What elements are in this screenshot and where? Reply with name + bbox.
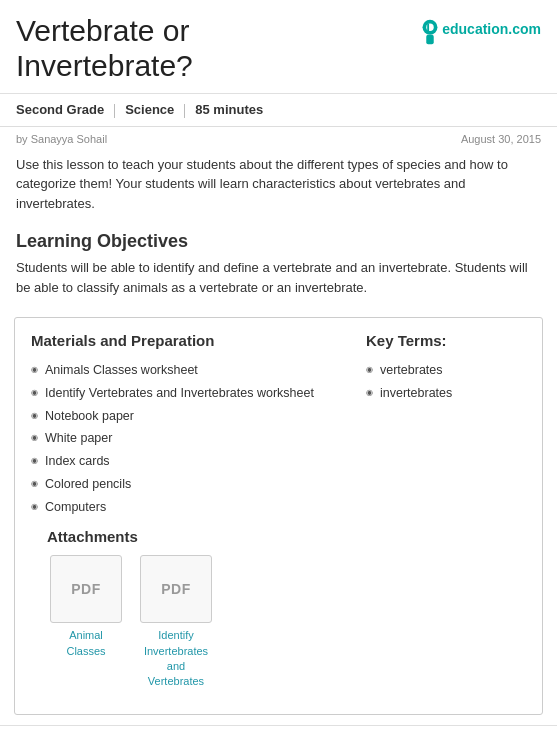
pdf-thumbnail-1: PDF bbox=[50, 555, 122, 623]
list-item: Identify Vertebrates and Invertebrates w… bbox=[31, 382, 346, 405]
logo-icon bbox=[416, 18, 438, 40]
materials-box: Materials and Preparation Animals Classe… bbox=[14, 317, 543, 715]
duration-tag: 85 minutes bbox=[195, 102, 273, 117]
page-header: Vertebrate or Invertebrate? education.co… bbox=[0, 0, 557, 94]
svg-rect-3 bbox=[427, 24, 429, 31]
author-name: by Sanayya Sohail bbox=[16, 133, 107, 145]
learning-objectives-title: Learning Objectives bbox=[0, 223, 557, 256]
learning-objectives-text: Students will be able to identify and de… bbox=[0, 256, 557, 307]
description: Use this lesson to teach your students a… bbox=[0, 151, 557, 224]
author-line: by Sanayya Sohail August 30, 2015 bbox=[0, 127, 557, 151]
logo-text: education.com bbox=[442, 21, 541, 37]
footer: Get more lesson plans at www.education.c… bbox=[0, 725, 557, 731]
list-item: invertebrates bbox=[366, 382, 526, 405]
logo[interactable]: education.com bbox=[416, 18, 541, 40]
pdf-label-2[interactable]: Identify Invertebrates and Vertebrates bbox=[144, 628, 208, 690]
pdf-thumbnail-2: PDF bbox=[140, 555, 212, 623]
list-item: Index cards bbox=[31, 450, 346, 473]
materials-left: Materials and Preparation Animals Classe… bbox=[31, 332, 346, 518]
pdf-card-2[interactable]: PDF Identify Invertebrates and Vertebrat… bbox=[137, 555, 215, 690]
attachments-section: Attachments PDF Animal Classes PDF Ident… bbox=[31, 518, 526, 700]
key-terms-title: Key Terms: bbox=[366, 332, 526, 349]
attachments-row: PDF Animal Classes PDF Identify Inverteb… bbox=[47, 555, 510, 690]
pdf-label-1[interactable]: Animal Classes bbox=[66, 628, 105, 659]
subject-tag: Science bbox=[125, 102, 195, 118]
list-item: White paper bbox=[31, 427, 346, 450]
list-item: Computers bbox=[31, 496, 346, 519]
key-terms-list: vertebrates invertebrates bbox=[366, 359, 526, 405]
list-item: vertebrates bbox=[366, 359, 526, 382]
key-terms-right: Key Terms: vertebrates invertebrates bbox=[366, 332, 526, 518]
meta-bar: Second Grade Science 85 minutes bbox=[0, 94, 557, 127]
page-title: Vertebrate or Invertebrate? bbox=[16, 14, 193, 83]
pdf-card-1[interactable]: PDF Animal Classes bbox=[47, 555, 125, 690]
list-item: Colored pencils bbox=[31, 473, 346, 496]
svg-rect-1 bbox=[426, 35, 433, 44]
materials-title: Materials and Preparation bbox=[31, 332, 346, 349]
grade-tag: Second Grade bbox=[16, 102, 125, 118]
title-block: Vertebrate or Invertebrate? bbox=[16, 14, 193, 83]
list-item: Animals Classes worksheet bbox=[31, 359, 346, 382]
list-item: Notebook paper bbox=[31, 405, 346, 428]
publish-date: August 30, 2015 bbox=[461, 133, 541, 145]
attachments-title: Attachments bbox=[47, 528, 510, 545]
materials-list: Animals Classes worksheet Identify Verte… bbox=[31, 359, 346, 518]
